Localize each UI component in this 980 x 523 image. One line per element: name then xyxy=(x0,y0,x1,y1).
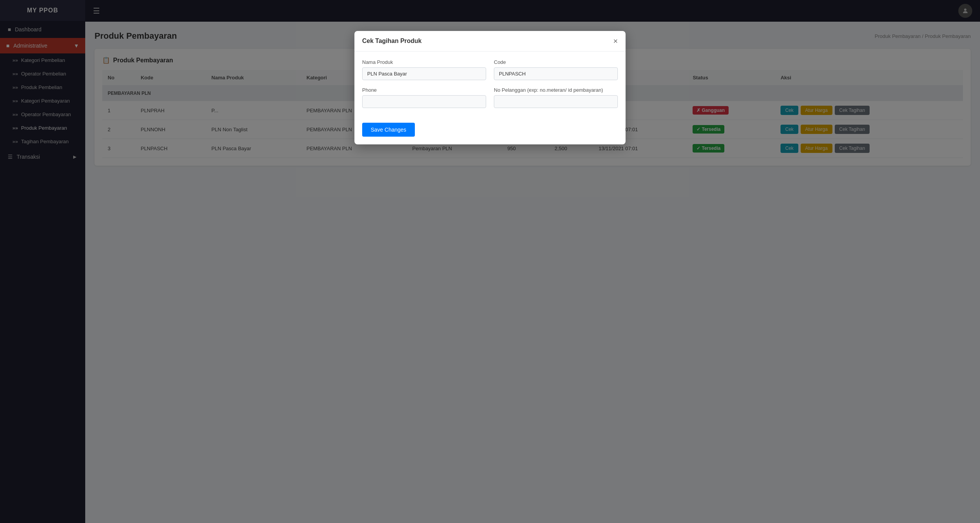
nama-produk-input[interactable] xyxy=(362,67,486,80)
no-pelanggan-input[interactable] xyxy=(494,95,618,108)
code-group: Code xyxy=(494,59,618,80)
cek-tagihan-modal: Cek Tagihan Produk × Nama Produk Code Ph… xyxy=(354,31,626,144)
phone-group: Phone xyxy=(362,87,486,108)
nama-produk-label: Nama Produk xyxy=(362,59,486,65)
modal-footer: Save Changes xyxy=(354,123,626,144)
modal-close-button[interactable]: × xyxy=(613,37,618,45)
modal-overlay[interactable]: Cek Tagihan Produk × Nama Produk Code Ph… xyxy=(0,0,980,523)
phone-input[interactable] xyxy=(362,95,486,108)
modal-header: Cek Tagihan Produk × xyxy=(354,31,626,51)
code-label: Code xyxy=(494,59,618,65)
form-row-2: Phone No Pelanggan (exp: no.meteran/ id … xyxy=(362,87,618,108)
phone-label: Phone xyxy=(362,87,486,93)
save-changes-button[interactable]: Save Changes xyxy=(362,123,415,137)
modal-title: Cek Tagihan Produk xyxy=(362,38,422,45)
modal-body: Nama Produk Code Phone No Pelanggan (exp… xyxy=(354,51,626,123)
no-pelanggan-group: No Pelanggan (exp: no.meteran/ id pembay… xyxy=(494,87,618,108)
code-input[interactable] xyxy=(494,67,618,80)
form-row-1: Nama Produk Code xyxy=(362,59,618,80)
nama-produk-group: Nama Produk xyxy=(362,59,486,80)
no-pelanggan-label: No Pelanggan (exp: no.meteran/ id pembay… xyxy=(494,87,618,93)
